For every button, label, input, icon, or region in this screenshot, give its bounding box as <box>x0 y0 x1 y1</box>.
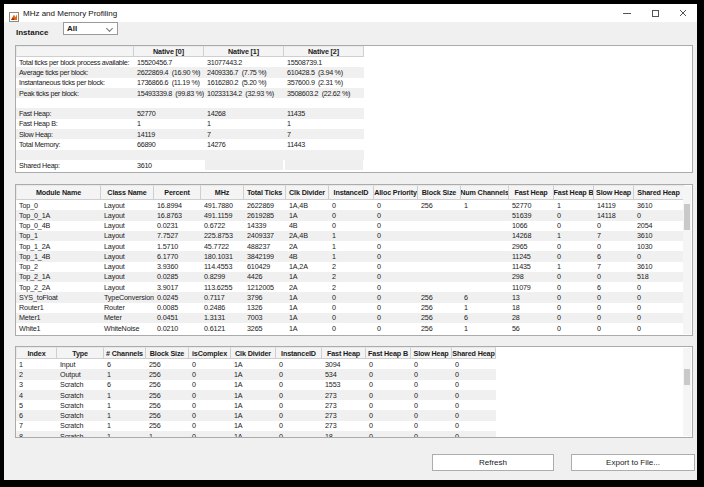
close-button[interactable] <box>669 4 697 22</box>
table-cell: Input <box>57 359 104 369</box>
instance-dropdown[interactable]: All <box>63 22 118 35</box>
table-cell: 488237 <box>244 241 286 251</box>
vertical-scrollbar[interactable] <box>683 348 691 436</box>
table-row[interactable]: Top_2_1ALayout0.02850.829944261A20298005… <box>16 272 684 282</box>
table-cell: 256 <box>418 292 461 302</box>
table-cell: 0 <box>189 431 231 438</box>
table-cell: 0 <box>452 369 496 379</box>
table-row[interactable]: White1WhiteNoise0.02100.612132651A002561… <box>16 323 684 333</box>
table-cell: 1 <box>554 200 594 210</box>
table-cell: 0 <box>452 359 496 369</box>
table-cell: Top_0_4B <box>16 221 101 231</box>
table-row[interactable]: 5Scratch125601A0273000 <box>16 400 496 410</box>
table-cell: 0 <box>366 410 411 420</box>
table-row[interactable]: Fast Heap B:111 <box>16 119 364 129</box>
table-cell: Scratch <box>57 410 104 420</box>
table-row[interactable]: 7Scratch125601A0273000 <box>16 421 496 431</box>
vertical-scrollbar[interactable] <box>683 186 691 334</box>
minimize-button[interactable] <box>613 4 641 22</box>
table-cell: 1A <box>231 431 276 438</box>
table-cell: 1 <box>554 262 594 272</box>
app-window: MHz and Memory Profiling Instance All Na… <box>4 4 697 480</box>
table-cell: 0 <box>366 390 411 400</box>
table-row[interactable]: 6Scratch125601A0273000 <box>16 410 496 420</box>
table-cell: 0 <box>366 380 411 390</box>
table-cell: 52770 <box>134 108 204 118</box>
table-cell: Top_1 <box>16 231 101 241</box>
table-row[interactable]: Router1Router0.00850.248613261A002561180… <box>16 303 684 313</box>
table-cell: Scratch <box>57 380 104 390</box>
table-cell: 6 <box>461 313 509 323</box>
table-cell: 1.5710 <box>154 241 201 251</box>
table-cell: 11435 <box>509 262 554 272</box>
table-cell: 2622869 <box>244 200 286 210</box>
table-cell: 1030 <box>634 241 684 251</box>
table-row[interactable]: SYS_toFloatTypeConversion0.02450.7117379… <box>16 292 684 302</box>
table-cell: Top_0_1A <box>16 210 101 220</box>
table-cell: 1A <box>286 313 329 323</box>
table-row[interactable]: Peak ticks per block:15493339.8 (99.83 %… <box>16 88 364 98</box>
column-header: Total Ticks <box>244 185 286 200</box>
table-row[interactable]: Average ticks per block:2622869.4 (16.90… <box>16 67 364 77</box>
maximize-icon <box>652 10 659 17</box>
table-cell: 0.2486 <box>201 303 244 313</box>
table-row[interactable]: Top_1Layout7.7527225.875324093372A,4B101… <box>16 231 684 241</box>
table-cell: 357600.9 (2.31 %) <box>284 78 364 88</box>
table-row[interactable]: Top_2_2ALayout3.9017113.625512120052A201… <box>16 282 684 292</box>
table-row[interactable]: Meter1Meter0.04511.313170031A00256628000 <box>16 313 684 323</box>
table-row[interactable]: 8Scratch1101A018000 <box>16 431 496 438</box>
table-cell: Top_1_4B <box>16 251 101 261</box>
table-cell: 0 <box>374 313 418 323</box>
table-cell: 256 <box>418 313 461 323</box>
table-cell: SYS_toFloat <box>16 292 101 302</box>
table-row[interactable]: Slow Heap:1411977 <box>16 129 364 139</box>
table-row[interactable]: 2Output125601A0534000 <box>16 369 496 379</box>
table-cell: 3.9017 <box>154 282 201 292</box>
table-row[interactable] <box>16 150 364 160</box>
scrollbar-thumb[interactable] <box>684 369 690 385</box>
table-cell: 1 <box>461 323 509 333</box>
table-cell: 0 <box>411 390 452 400</box>
column-header: Block Size <box>418 185 461 200</box>
table-cell: 7 <box>204 129 284 139</box>
table-row[interactable]: Total Memory:668901427611443 <box>16 139 364 149</box>
table-row[interactable]: Top_0Layout16.8994491.788026228691A,4B00… <box>16 200 684 210</box>
table-cell: 298 <box>509 272 554 282</box>
scrollbar-thumb[interactable] <box>684 204 690 230</box>
table-cell: 1 <box>329 241 374 251</box>
column-header: Module Name <box>16 185 101 200</box>
table-cell: 1066 <box>509 221 554 231</box>
table-row[interactable] <box>16 98 364 108</box>
table-cell: 1A <box>231 410 276 420</box>
table-row[interactable]: Fast Heap:527701426811435 <box>16 108 364 118</box>
column-header: Percent <box>154 185 201 200</box>
table-cell: 1 <box>104 369 146 379</box>
export-button[interactable]: Export to File... <box>571 454 695 471</box>
table-cell: 0 <box>411 400 452 410</box>
table-cell: 0 <box>276 431 322 438</box>
table-cell <box>461 231 509 241</box>
table-row[interactable]: Top_0_1ALayout16.8763491.115926192851A00… <box>16 210 684 220</box>
table-cell: 256 <box>146 421 189 431</box>
table-cell: 7 <box>594 231 634 241</box>
table-cell: 0 <box>411 410 452 420</box>
table-row[interactable]: Top_2Layout3.9360114.45536104291A,2A2011… <box>16 262 684 272</box>
table-cell: 14268 <box>509 231 554 241</box>
table-row[interactable]: Top_1_4BLayout6.1770180.103138421994B101… <box>16 251 684 261</box>
table-row[interactable]: Shared Heap:3610 <box>16 160 364 170</box>
table-cell: 1736866.6 (11.19 %) <box>134 78 204 88</box>
table-row[interactable]: 4Scratch125601A0273000 <box>16 390 496 400</box>
table-row[interactable]: Instantaneous ticks per block:1736866.6 … <box>16 78 364 88</box>
table-cell <box>418 241 461 251</box>
column-header: isComplex <box>189 347 231 359</box>
table-row[interactable]: Total ticks per block process available:… <box>16 57 364 67</box>
maximize-button[interactable] <box>641 4 669 22</box>
table-row[interactable]: 3Scratch625601A01553000 <box>16 380 496 390</box>
table-row[interactable]: Top_0_4BLayout0.02310.6722143394B0010660… <box>16 221 684 231</box>
table-cell: 0 <box>634 251 684 261</box>
table-row[interactable]: Top_1_2ALayout1.571045.77224882372A10296… <box>16 241 684 251</box>
table-cell: 0 <box>374 200 418 210</box>
refresh-button[interactable]: Refresh <box>432 454 554 471</box>
table-row[interactable]: 1Input625601A03094000 <box>16 359 496 369</box>
table-cell: 0 <box>189 380 231 390</box>
